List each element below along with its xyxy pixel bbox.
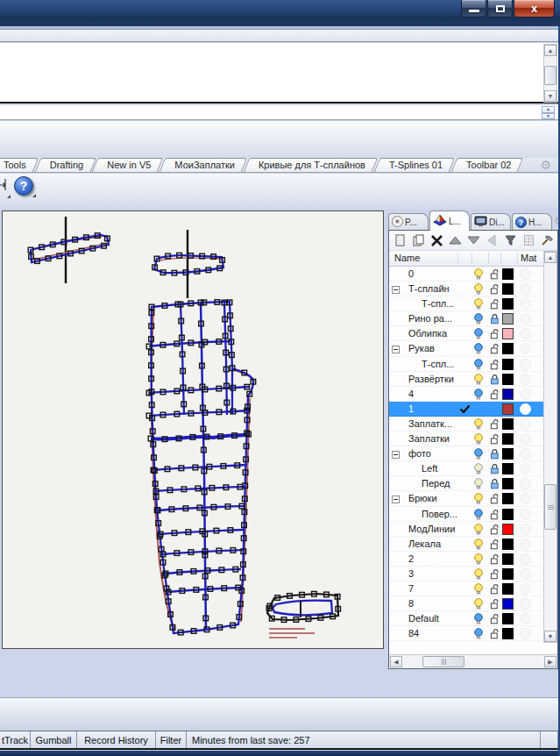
spin-down-icon[interactable]: ▼ [542, 113, 555, 120]
move-left-icon[interactable] [484, 233, 500, 247]
layer-color-swatch[interactable] [502, 433, 514, 445]
collapse-icon[interactable] [392, 285, 400, 296]
layer-list-hscrollbar[interactable]: ◀ ▶ [389, 654, 557, 668]
layer-row-Т-спл...[interactable]: Т-спл... [389, 357, 544, 372]
status-pane-ttrack[interactable]: tTrack [0, 731, 31, 748]
lock-icon[interactable] [490, 298, 500, 312]
command-input[interactable]: ▲ ▼ [0, 105, 558, 120]
viewport[interactable] [2, 210, 384, 649]
layer-row-4[interactable]: 4 [389, 387, 544, 402]
material-circle[interactable] [520, 374, 531, 385]
visibility-bulb-icon[interactable] [473, 583, 484, 597]
delete-layer-icon[interactable] [429, 233, 444, 247]
material-circle[interactable] [520, 538, 531, 550]
material-circle[interactable] [520, 418, 531, 430]
lock-icon[interactable] [490, 283, 500, 297]
scrollbar-thumb[interactable] [422, 656, 464, 667]
layer-color-swatch[interactable] [502, 374, 514, 385]
toolbar-tab-Кривые для Т-сплайнов[interactable]: Кривые для Т-сплайнов [246, 158, 375, 172]
layer-color-swatch[interactable] [502, 613, 514, 624]
lock-icon[interactable] [490, 598, 500, 612]
visibility-bulb-icon[interactable] [473, 478, 484, 492]
layer-color-swatch[interactable] [502, 283, 514, 295]
lock-icon[interactable] [490, 343, 500, 357]
material-circle[interactable] [520, 403, 531, 415]
material-circle[interactable] [520, 613, 531, 624]
layer-list-header[interactable]: Name Mat [389, 251, 557, 267]
visibility-bulb-icon[interactable] [473, 448, 484, 462]
status-pane-filter[interactable]: Filter [156, 731, 187, 748]
visibility-bulb-icon[interactable] [473, 374, 484, 388]
scroll-up-icon[interactable]: ▲ [544, 252, 556, 263]
layer-row-Лекала[interactable]: Лекала [389, 537, 544, 552]
toolbar-tab-Drafting[interactable]: Drafting [38, 158, 94, 172]
layer-row-2[interactable]: 2 [389, 552, 544, 567]
sheet-icon[interactable] [521, 233, 536, 247]
layer-color-swatch[interactable] [502, 509, 514, 520]
scroll-up-icon[interactable]: ▲ [544, 45, 556, 56]
material-circle[interactable] [520, 328, 531, 339]
move-down-icon[interactable] [465, 233, 481, 247]
material-circle[interactable] [520, 343, 531, 354]
visibility-bulb-icon[interactable] [473, 283, 484, 297]
lock-icon[interactable] [490, 509, 500, 523]
layer-row-1[interactable]: 1 [389, 402, 544, 417]
lock-icon[interactable] [490, 389, 500, 403]
command-history[interactable]: ▲ ▼ [0, 43, 558, 103]
visibility-bulb-icon[interactable] [473, 538, 484, 553]
layer-color-swatch[interactable] [502, 524, 514, 535]
layer-row-Default[interactable]: Default [389, 611, 544, 626]
layer-row-0[interactable]: 0 [389, 267, 544, 282]
layer-row-Т-спл...[interactable]: Т-спл... [389, 296, 544, 311]
visibility-bulb-icon[interactable] [473, 493, 484, 507]
lock-icon[interactable] [490, 628, 500, 642]
layer-row-Т-сплайн[interactable]: Т-сплайн [389, 282, 544, 296]
lock-icon[interactable] [490, 313, 500, 327]
visibility-bulb-icon[interactable] [473, 359, 484, 373]
material-circle[interactable] [520, 598, 531, 610]
scroll-left-icon[interactable]: ◀ [390, 656, 402, 667]
layer-row-Облипка[interactable]: Облипка [389, 326, 544, 341]
lock-icon[interactable] [490, 568, 500, 582]
lock-icon[interactable] [490, 524, 500, 538]
layer-row-Заплатки[interactable]: Заплатки [389, 431, 544, 446]
layer-color-swatch[interactable] [502, 343, 514, 354]
material-circle[interactable] [520, 478, 531, 489]
material-circle[interactable] [520, 524, 531, 535]
layer-color-swatch[interactable] [502, 328, 514, 339]
layer-row-Развёртки[interactable]: Развёртки [389, 372, 544, 387]
lock-icon[interactable] [490, 448, 500, 462]
layer-row-Заплатк...[interactable]: Заплатк... [389, 417, 544, 431]
visibility-bulb-icon[interactable] [473, 343, 484, 357]
minimize-button[interactable] [461, 0, 486, 18]
layer-row-3[interactable]: 3 [389, 567, 544, 581]
material-circle[interactable] [520, 268, 531, 280]
layer-color-swatch[interactable] [502, 313, 514, 325]
layer-color-swatch[interactable] [502, 268, 514, 280]
visibility-bulb-icon[interactable] [473, 463, 484, 477]
copy-layer-icon[interactable] [410, 233, 426, 247]
collapse-icon[interactable] [392, 495, 400, 505]
close-button[interactable]: x [514, 0, 555, 18]
status-pane-gumball[interactable]: Gumball [31, 731, 77, 748]
maximize-button[interactable] [487, 0, 513, 18]
layer-row-7[interactable]: 7 [389, 581, 544, 596]
visibility-bulb-icon[interactable] [473, 568, 484, 582]
lock-icon[interactable] [490, 478, 500, 492]
layer-color-swatch[interactable] [502, 298, 514, 310]
material-circle[interactable] [520, 448, 531, 460]
visibility-bulb-icon[interactable] [473, 524, 484, 538]
lock-icon[interactable] [490, 374, 500, 388]
visibility-bulb-icon[interactable] [473, 598, 484, 612]
visibility-bulb-icon[interactable] [473, 418, 484, 432]
layer-row-8[interactable]: 8 [389, 596, 544, 611]
layer-color-swatch[interactable] [502, 568, 514, 580]
layer-color-swatch[interactable] [502, 628, 514, 639]
layer-row-Left[interactable]: Left [389, 461, 544, 476]
material-circle[interactable] [520, 509, 531, 520]
panel-tab-Di[interactable]: Di... [471, 213, 511, 231]
layer-color-swatch[interactable] [502, 463, 514, 474]
visibility-bulb-icon[interactable] [473, 389, 484, 403]
title-bar[interactable]: x [0, 0, 560, 26]
material-circle[interactable] [520, 298, 531, 310]
